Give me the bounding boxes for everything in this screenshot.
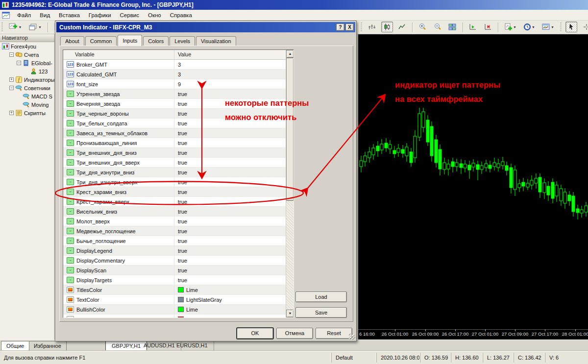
tab-about[interactable]: About [60, 36, 84, 46]
add-indicator-button[interactable]: ▼ [502, 22, 518, 32]
value-cell[interactable]: true [174, 256, 286, 265]
cancel-button[interactable]: Отмена [276, 328, 313, 339]
new-chart-button[interactable]: ▼ [7, 22, 24, 32]
toolbar-drag-handle[interactable] [1, 23, 3, 32]
table-row[interactable]: ~Висельник_внизtrue [63, 207, 286, 217]
menu-item-Графики[interactable]: Графики [84, 11, 116, 20]
menu-item-Файл[interactable]: Файл [13, 11, 35, 20]
expand-icon[interactable]: + [9, 111, 14, 115]
table-row[interactable]: ~DisplayScantrue [63, 266, 286, 275]
candlestick-chart[interactable] [358, 34, 588, 329]
table-row[interactable]: ~Три_внешних_дня_внизtrue [63, 148, 286, 158]
table-row[interactable]: ~Крест_харами_вверхtrue [63, 197, 286, 207]
toolbar-drag-handle[interactable] [560, 23, 562, 32]
tab-colors[interactable]: Colors [143, 36, 169, 46]
value-cell[interactable]: true [174, 89, 286, 98]
cursor-button[interactable] [565, 22, 577, 32]
value-cell[interactable]: true [174, 207, 286, 216]
tab-levels[interactable]: Levels [170, 36, 195, 46]
value-cell[interactable]: true [174, 177, 286, 187]
table-row[interactable]: ~Завеса_из_темных_облаковtrue [63, 128, 286, 138]
value-cell[interactable]: 9 [174, 79, 286, 89]
panel-tab-Избранное[interactable]: Избранное [28, 341, 67, 350]
auto-scroll-button[interactable] [467, 22, 479, 32]
value-cell[interactable]: true [174, 266, 286, 275]
collapse-icon[interactable]: − [9, 52, 14, 57]
table-row[interactable]: ~Пронизывающая_линияtrue [63, 138, 286, 148]
value-cell[interactable]: true [174, 236, 286, 245]
table-row[interactable]: 123font_size9 [63, 79, 286, 89]
value-cell[interactable]: true [174, 226, 286, 236]
tile-windows-button[interactable] [446, 22, 458, 32]
crosshair-button[interactable] [581, 22, 588, 32]
navigator-item-MACD S[interactable]: MACD S [0, 92, 54, 100]
value-cell[interactable]: Lime [174, 285, 286, 294]
templates-button[interactable]: ▼ [540, 22, 556, 32]
navigator-item-Скрипты[interactable]: +Скрипты [0, 109, 54, 117]
value-cell[interactable]: true [174, 148, 286, 157]
value-cell[interactable]: true [174, 217, 286, 226]
reset-button[interactable]: Reset [316, 328, 352, 339]
column-header-variable[interactable]: Variable [63, 50, 174, 59]
resize-grip[interactable] [349, 334, 355, 340]
collapse-icon[interactable]: − [9, 86, 14, 90]
table-scrollbar[interactable]: ▲ ▼ [286, 50, 294, 317]
expand-icon[interactable]: + [9, 77, 14, 82]
table-row[interactable]: 123Broker_GMT3 [63, 60, 286, 70]
menu-item-Вид[interactable]: Вид [35, 11, 54, 20]
load-button[interactable]: Load [295, 291, 347, 302]
table-row[interactable]: ~Три_дня_изнутри_вверхtrue [63, 177, 286, 187]
dialog-titlebar[interactable]: Custom Indicator - IBFX-CPR_M3 ? X [56, 22, 355, 32]
toolbar-drag-handle[interactable] [361, 23, 362, 32]
table-row[interactable]: ~Крест_харами_внизtrue [63, 187, 286, 197]
panel-tab-Общие[interactable]: Общие [1, 341, 29, 350]
menu-item-Сервис[interactable]: Сервис [116, 11, 144, 20]
scrollbar-down-button[interactable]: ▼ [286, 310, 294, 317]
save-button[interactable]: Save [295, 307, 347, 318]
navigator-header[interactable]: Навигатор [0, 34, 54, 42]
value-cell[interactable]: true [174, 158, 286, 167]
table-row[interactable]: ~Три_внешних_дня_вверхtrue [63, 158, 286, 168]
dialog-help-button[interactable]: ? [336, 24, 344, 31]
line-chart-button[interactable] [396, 22, 408, 32]
value-cell[interactable]: true [174, 119, 286, 128]
table-row[interactable]: ~Три_дня_изнутри_внизtrue [63, 168, 286, 177]
table-row[interactable]: BullishColorLime [63, 305, 286, 315]
table-row[interactable]: ~Три_черные_вороныtrue [63, 109, 286, 119]
scrollbar-thumb[interactable] [286, 58, 294, 201]
navigator-item-Индикаторы[interactable]: +fИндикаторы [0, 75, 54, 84]
dialog-close-button[interactable]: X [345, 24, 354, 31]
table-row[interactable]: ~Вечерняя_звездаtrue [63, 99, 286, 109]
table-row[interactable]: ~Три_белых_солдатаtrue [63, 119, 286, 128]
tab-visualization[interactable]: Visualization [196, 36, 236, 46]
table-row[interactable]: TextColorLightSlateGray [63, 295, 286, 305]
table-row[interactable]: ~DisplayCommentarytrue [63, 256, 286, 266]
value-cell[interactable]: Lime [174, 305, 286, 314]
tab-common[interactable]: Common [85, 36, 117, 46]
menu-item-Справка[interactable]: Справка [166, 11, 196, 20]
chart-shift-button[interactable] [482, 22, 494, 32]
collapse-icon[interactable]: − [17, 61, 21, 65]
menu-item-Вставка[interactable]: Вставка [54, 11, 84, 20]
value-cell[interactable]: LightSlateGray [174, 295, 286, 304]
navigator-item-Советники[interactable]: −Советники [0, 84, 54, 92]
value-cell[interactable]: true [174, 109, 286, 118]
value-cell[interactable]: 3 [174, 60, 286, 69]
navigator-item-Счета[interactable]: −Счета [0, 50, 54, 59]
tab-inputs[interactable]: Inputs [118, 35, 142, 46]
column-header-value[interactable]: Value [174, 50, 286, 59]
table-row[interactable]: ~DisplayTargetstrue [63, 275, 286, 285]
value-cell[interactable]: 3 [174, 70, 286, 79]
candlestick-button[interactable] [381, 22, 393, 32]
value-cell[interactable]: true [174, 128, 286, 138]
navigator-item-Forex4you[interactable]: Forex4you [0, 42, 54, 50]
value-cell[interactable]: true [174, 246, 286, 255]
navigator-item-123[interactable]: 123 [0, 67, 54, 75]
chart-tab-EURUSD-H1[interactable]: EURUSD,H1 [171, 341, 214, 350]
navigator-item-Moving[interactable]: Moving [0, 100, 54, 109]
scrollbar-up-button[interactable]: ▲ [286, 50, 294, 58]
table-row[interactable]: ~DisplayLegendtrue [63, 246, 286, 256]
periods-button[interactable]: ▼ [521, 22, 537, 32]
table-row[interactable]: ~Молот_вверхtrue [63, 217, 286, 226]
table-row[interactable]: 123Calculated_GMT3 [63, 70, 286, 79]
